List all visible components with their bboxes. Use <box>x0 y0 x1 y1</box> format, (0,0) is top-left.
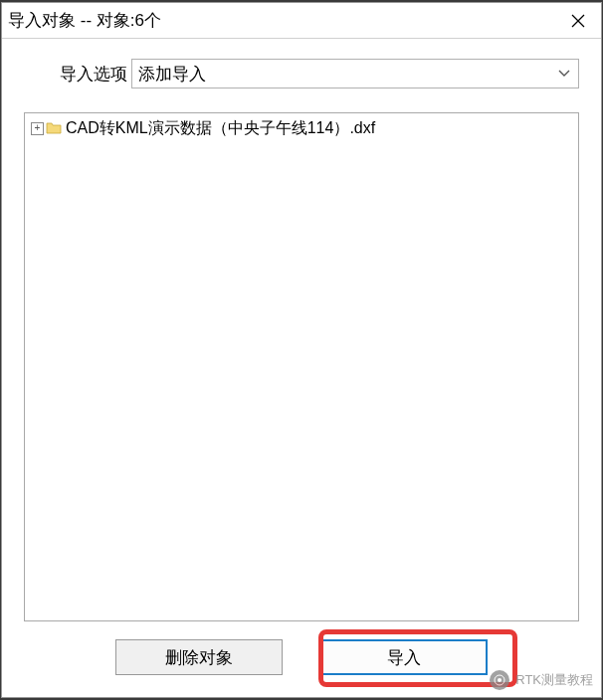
svg-point-3 <box>498 678 502 682</box>
watermark-icon <box>490 670 509 690</box>
chevron-down-icon <box>556 70 572 78</box>
file-tree-panel[interactable]: + CAD转KML演示数据（中央子午线114）.dxf <box>24 112 579 621</box>
watermark: RTK测量教程 <box>490 670 593 690</box>
content-area: 导入选项 添加导入 + CAD转KML演示数据（中央子午线114）.dxf <box>2 39 601 697</box>
import-option-label: 导入选项 <box>60 63 127 86</box>
tree-item-label: CAD转KML演示数据（中央子午线114）.dxf <box>66 118 375 139</box>
close-button[interactable] <box>555 3 601 39</box>
watermark-text: RTK测量教程 <box>515 671 593 689</box>
titlebar: 导入对象 -- 对象:6个 <box>2 3 601 39</box>
import-option-select[interactable]: 添加导入 <box>131 59 579 88</box>
delete-object-button[interactable]: 删除对象 <box>115 639 283 675</box>
import-option-value: 添加导入 <box>138 63 556 86</box>
dialog-window: 导入对象 -- 对象:6个 导入选项 添加导入 + <box>1 2 602 698</box>
expand-icon[interactable]: + <box>31 122 44 135</box>
import-button[interactable]: 导入 <box>320 639 488 675</box>
close-icon <box>571 14 585 28</box>
window-title: 导入对象 -- 对象:6个 <box>8 9 161 32</box>
folder-icon <box>46 121 62 135</box>
tree-item[interactable]: + CAD转KML演示数据（中央子午线114）.dxf <box>29 117 574 139</box>
import-option-row: 导入选项 添加导入 <box>24 59 579 88</box>
